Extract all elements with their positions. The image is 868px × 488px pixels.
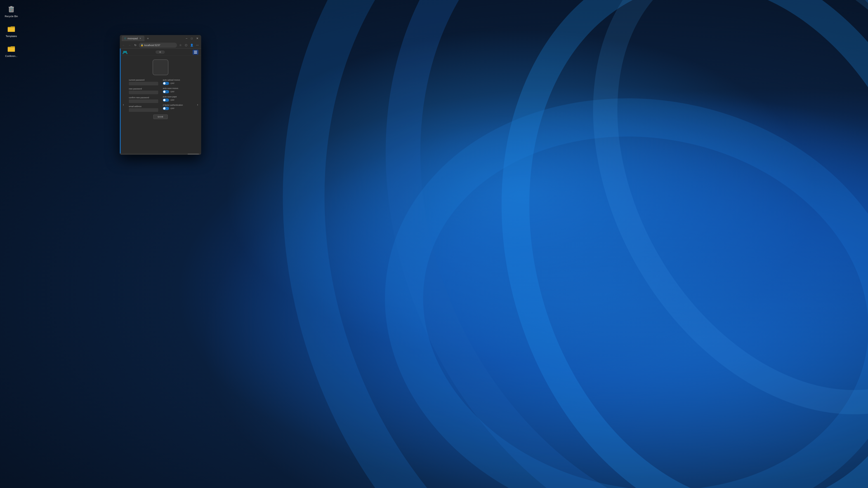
confirm-password-group: confirm new password [129, 96, 158, 103]
save-button-container: SAVE [129, 115, 192, 119]
auto-save-moovs-group: auto-save moovs OFF [163, 87, 192, 93]
main-content: ‹ current password new password [120, 56, 201, 153]
app-logo [123, 50, 127, 54]
conferences-icon-img [7, 44, 16, 53]
new-password-input[interactable] [129, 91, 158, 94]
2fa-state: OFF [170, 107, 175, 109]
back-button[interactable]: ← [121, 43, 126, 48]
svg-rect-7 [10, 6, 12, 7]
tab-label: moovpad [127, 37, 138, 40]
refresh-button[interactable]: ↻ [133, 43, 138, 48]
nav-right-arrow[interactable]: › [195, 102, 200, 107]
address-bar[interactable]: 🔒 localhost:5237 [139, 43, 177, 48]
extensions-icon[interactable]: ⬡ [184, 43, 188, 48]
bottom-scrollbar[interactable] [120, 153, 201, 155]
auto-upload-moovs-toggle[interactable] [163, 82, 169, 85]
auto-upload-moovs-group: auto-upload moovs OFF [163, 79, 192, 85]
hamburger-line-3 [194, 53, 197, 54]
auto-save-moovs-toggle[interactable] [163, 90, 169, 93]
recycle-bin-icon [7, 5, 16, 13]
password-fields: current password new password confirm ne… [129, 79, 158, 112]
hamburger-icon [194, 51, 197, 54]
auto-save-pape-toggle[interactable] [163, 98, 169, 102]
maximize-button[interactable]: □ [190, 37, 193, 40]
auto-save-pape-state: OFF [170, 99, 175, 101]
2fa-group: 2-factor authentication OFF [163, 104, 192, 110]
templates-icon-img [7, 24, 16, 33]
recycle-bin-icon-img [7, 4, 16, 13]
2fa-toggle[interactable] [163, 107, 169, 110]
minimize-button[interactable]: – [185, 37, 188, 40]
recycle-bin-label: Recycle Bin [5, 15, 18, 18]
confirm-password-input[interactable] [129, 99, 158, 103]
auto-save-pape-row: OFF [163, 98, 192, 102]
nav-left-arrow[interactable]: ‹ [121, 102, 126, 107]
templates-label: Templates [6, 35, 17, 37]
browser-menu-icon[interactable]: ⋯ [195, 43, 200, 48]
auto-save-moovs-label: auto-save moovs [163, 87, 192, 90]
browser-extra-icons: ☆ ⬡ 👤 ⋯ [178, 43, 200, 48]
new-password-label: new password [129, 88, 158, 90]
address-text: localhost:5237 [144, 44, 175, 46]
current-password-input[interactable] [129, 82, 158, 86]
auto-save-pape-group: auto-save pape OFF [163, 96, 192, 102]
auto-save-moovs-state: OFF [170, 91, 175, 93]
header-center: ⚙ [127, 51, 193, 54]
templates-folder-icon [7, 26, 16, 32]
browser-titlebar: ⬡ moovpad ✕ + – □ ✕ [120, 35, 201, 42]
2fa-row: OFF [163, 107, 192, 110]
email-group: email address [129, 105, 158, 112]
2fa-knob [163, 107, 165, 109]
security-lock-icon: 🔒 [141, 44, 143, 46]
app-logo-icon [123, 50, 127, 54]
desktop-icon-templates[interactable]: Templates [2, 24, 20, 37]
profile-icon[interactable]: 👤 [189, 43, 194, 48]
auto-upload-moovs-state: OFF [170, 82, 175, 85]
browser-toolbar: ← → ↻ 🔒 localhost:5237 ☆ ⬡ 👤 ⋯ [120, 42, 201, 48]
2fa-label: 2-factor authentication [163, 104, 192, 106]
settings-form: current password new password confirm ne… [129, 79, 192, 112]
browser-window: ⬡ moovpad ✕ + – □ ✕ ← → ↻ 🔒 localhost:52… [120, 35, 201, 155]
conferences-label: Conferen... [5, 55, 18, 57]
auto-save-moovs-knob [163, 91, 165, 93]
conferences-folder-icon [7, 45, 16, 52]
new-tab-button[interactable]: + [145, 36, 150, 41]
app-content: ⚙ ‹ [120, 48, 201, 155]
app-header: ⚙ [120, 48, 201, 56]
window-controls: – □ ✕ [185, 37, 199, 40]
auto-save-moovs-row: OFF [163, 90, 192, 93]
email-input[interactable] [129, 108, 158, 112]
settings-panel: current password new password confirm ne… [124, 56, 197, 153]
email-label: email address [129, 105, 158, 107]
auto-upload-moovs-label: auto-upload moovs [163, 79, 192, 81]
close-button[interactable]: ✕ [195, 37, 199, 40]
hamburger-line-1 [194, 51, 197, 51]
browser-tab-active[interactable]: ⬡ moovpad ✕ [122, 36, 145, 41]
current-password-group: current password [129, 79, 158, 86]
favorites-icon[interactable]: ☆ [178, 43, 183, 48]
auto-save-pape-knob [163, 99, 165, 101]
header-settings-pill[interactable]: ⚙ [156, 51, 165, 54]
auto-upload-moovs-knob [163, 82, 165, 85]
hamburger-line-2 [194, 52, 197, 53]
scrollbar-thumb[interactable] [188, 154, 199, 155]
confirm-password-label: confirm new password [129, 96, 158, 99]
tab-favicon: ⬡ [124, 37, 126, 39]
save-button[interactable]: SAVE [153, 115, 167, 119]
forward-button[interactable]: → [127, 43, 132, 48]
svg-point-3 [373, 80, 868, 488]
toggle-fields: auto-upload moovs OFF auto-save moovs [163, 79, 192, 112]
desktop-icon-recycle-bin[interactable]: Recycle Bin [2, 4, 20, 18]
desktop-icons-area: Recycle Bin Templates Conferen... [0, 0, 23, 62]
avatar-placeholder[interactable] [153, 59, 168, 75]
current-password-label: current password [129, 79, 158, 81]
auto-upload-moovs-row: OFF [163, 82, 192, 85]
wallpaper-waves [174, 0, 868, 488]
tab-close-button[interactable]: ✕ [139, 37, 142, 40]
header-menu-button[interactable] [193, 50, 198, 55]
new-password-group: new password [129, 88, 158, 94]
desktop-icon-conferences[interactable]: Conferen... [2, 44, 20, 57]
auto-save-pape-label: auto-save pape [163, 96, 192, 98]
